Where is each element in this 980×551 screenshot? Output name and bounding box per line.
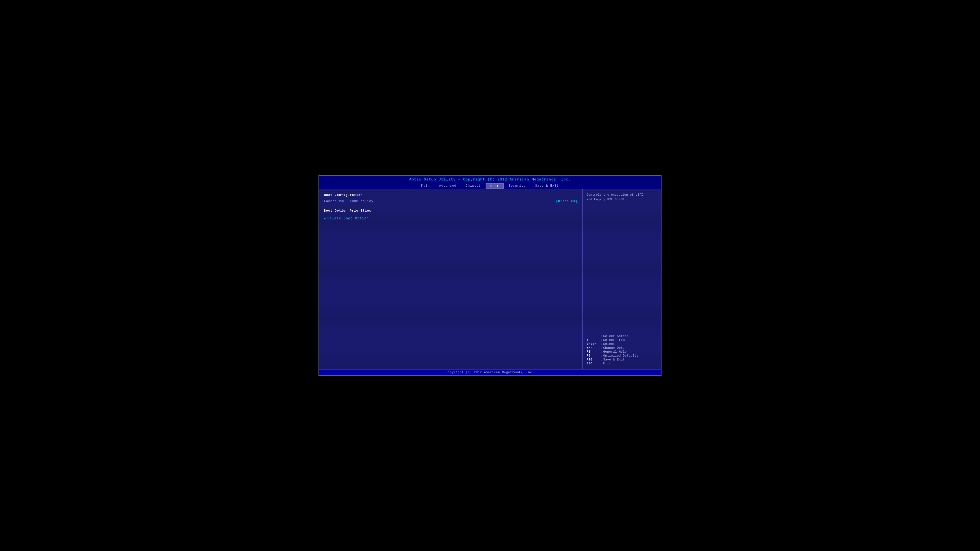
launch-pxe-row[interactable]: Launch PXE OpROM policy [Disabled]: [324, 198, 578, 204]
tab-save-exit[interactable]: Save & Exit: [531, 183, 563, 189]
key-desc-f10: Save & Exit: [603, 358, 625, 362]
key-desc-esc: Exit: [603, 362, 611, 365]
key-sep-1: :: [600, 338, 602, 342]
launch-pxe-label: Launch PXE OpROM policy: [324, 199, 373, 203]
bios-screen: Aptio Setup Utility – Copyright (C) 2012…: [318, 175, 662, 376]
tab-security[interactable]: Security: [504, 183, 530, 189]
launch-pxe-value: [Disabled]: [556, 199, 578, 203]
right-panel: Controls the execution of UEFI and Legac…: [582, 189, 661, 369]
key-help-section: ↔ : Select Screen ↕ : Select Item Enter …: [587, 334, 657, 366]
main-area: Boot Configuration Launch PXE OpROM poli…: [319, 189, 661, 369]
boot-configuration-header: Boot Configuration: [324, 193, 578, 197]
tab-boot[interactable]: Boot: [485, 183, 503, 189]
title-bar: Aptio Setup Utility – Copyright (C) 2012…: [319, 176, 661, 183]
delete-boot-option-label: Delete Boot Option: [327, 216, 369, 221]
key-f9: F9 : Optimized Defaults: [587, 354, 657, 357]
key-desc-f1: General Help: [603, 350, 627, 354]
help-line2: and Legacy PXE OpROM: [587, 198, 624, 201]
menu-arrow-icon: ►: [324, 217, 326, 220]
key-select-item: ↕ : Select Item: [587, 338, 657, 342]
key-f10-name: F10: [587, 358, 599, 362]
key-arrows-ud: ↕: [587, 338, 599, 342]
key-sep-0: :: [600, 335, 602, 338]
key-desc-select-screen: Select Screen: [603, 335, 629, 338]
key-f9-name: F9: [587, 354, 599, 357]
key-f10: F10 : Save & Exit: [587, 358, 657, 362]
key-enter: Enter : Select: [587, 342, 657, 346]
key-sep-5: :: [600, 354, 602, 357]
key-desc-select-item: Select Item: [603, 338, 625, 342]
tab-bar: Main Advanced Chipset Boot Security Save…: [319, 183, 661, 189]
key-sep-7: :: [600, 362, 602, 365]
help-line1: Controls the execution of UEFI: [587, 193, 643, 197]
tab-advanced[interactable]: Advanced: [434, 183, 461, 189]
key-esc: ESC : Exit: [587, 362, 657, 365]
tab-chipset[interactable]: Chipset: [461, 183, 485, 189]
key-sep-2: :: [600, 342, 602, 346]
boot-option-priorities-header: Boot Option Priorities: [324, 209, 578, 213]
key-sep-4: :: [600, 350, 602, 354]
help-text: Controls the execution of UEFI and Legac…: [587, 193, 657, 202]
key-esc-name: ESC: [587, 362, 599, 365]
delete-boot-option-item[interactable]: ► Delete Boot Option: [324, 216, 578, 221]
key-desc-change-opt: Change Opt.: [603, 346, 625, 350]
key-desc-f9: Optimized Defaults: [603, 354, 638, 357]
bottom-bar-text: Copyright (C) 2012 American Megatrends, …: [446, 371, 535, 374]
left-panel: Boot Configuration Launch PXE OpROM poli…: [319, 189, 582, 369]
key-desc-enter: Select: [603, 342, 615, 346]
key-f1: F1 : General Help: [587, 350, 657, 354]
key-arrows-lr: ↔: [587, 335, 599, 338]
key-sep-3: :: [600, 346, 602, 350]
key-f1-name: F1: [587, 350, 599, 354]
key-enter-name: Enter: [587, 342, 599, 346]
title-text: Aptio Setup Utility – Copyright (C) 2012…: [409, 178, 571, 182]
key-select-screen: ↔ : Select Screen: [587, 335, 657, 338]
key-change-opt: +/- : Change Opt.: [587, 346, 657, 350]
key-plusminus: +/-: [587, 346, 599, 350]
key-sep-6: :: [600, 358, 602, 362]
bottom-bar: Copyright (C) 2012 American Megatrends, …: [319, 369, 661, 375]
tab-main[interactable]: Main: [417, 183, 434, 189]
